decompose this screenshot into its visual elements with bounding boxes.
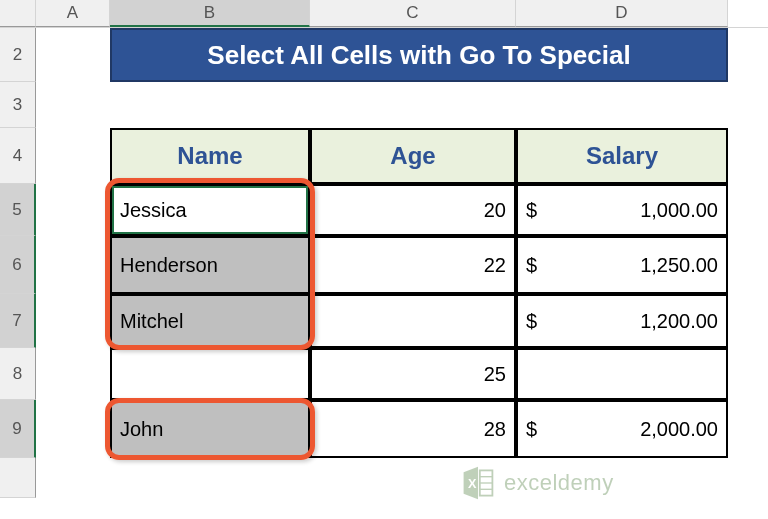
currency-sign: $	[526, 310, 537, 333]
cell-B8[interactable]	[110, 348, 310, 400]
cell-D5[interactable]: $1,000.00	[516, 184, 728, 236]
cell-A10[interactable]	[36, 458, 110, 498]
cell-D8[interactable]	[516, 348, 728, 400]
row-5: 5 Jessica 20 $1,000.00	[0, 184, 768, 236]
salary-value: 1,200.00	[640, 310, 718, 333]
cell-B6[interactable]: Henderson	[110, 236, 310, 294]
cell-C3[interactable]	[310, 82, 516, 128]
currency-sign: $	[526, 199, 537, 222]
cell-C8[interactable]: 25	[310, 348, 516, 400]
cell-A3[interactable]	[36, 82, 110, 128]
col-header-A[interactable]: A	[36, 0, 110, 27]
select-all-corner[interactable]	[0, 0, 36, 27]
col-header-D[interactable]: D	[516, 0, 728, 27]
row-10	[0, 458, 768, 498]
row-9: 9 John 28 $2,000.00	[0, 400, 768, 458]
spreadsheet: A B C D 2 Select All Cells with Go To Sp…	[0, 0, 768, 498]
row-header-4[interactable]: 4	[0, 128, 36, 184]
row-7: 7 Mitchel $1,200.00	[0, 294, 768, 348]
currency-sign: $	[526, 254, 537, 277]
cell-D3[interactable]	[516, 82, 728, 128]
cell-D9[interactable]: $2,000.00	[516, 400, 728, 458]
cell-B7[interactable]: Mitchel	[110, 294, 310, 348]
cell-D7[interactable]: $1,200.00	[516, 294, 728, 348]
row-header-3[interactable]: 3	[0, 82, 36, 128]
cell-A5[interactable]	[36, 184, 110, 236]
cell-A7[interactable]	[36, 294, 110, 348]
cell-A8[interactable]	[36, 348, 110, 400]
col-header-C[interactable]: C	[310, 0, 516, 27]
row-header-6[interactable]: 6	[0, 236, 36, 294]
cell-D6[interactable]: $1,250.00	[516, 236, 728, 294]
cell-C6[interactable]: 22	[310, 236, 516, 294]
cell-B5[interactable]: Jessica	[110, 184, 310, 236]
cell-A6[interactable]	[36, 236, 110, 294]
cell-A2[interactable]	[36, 28, 110, 82]
salary-value: 2,000.00	[640, 418, 718, 441]
header-salary[interactable]: Salary	[516, 128, 728, 184]
watermark-text: exceldemy	[504, 470, 614, 496]
watermark: X exceldemy	[460, 465, 614, 501]
row-2: 2 Select All Cells with Go To Special	[0, 28, 768, 82]
row-4: 4 Name Age Salary	[0, 128, 768, 184]
cell-A9[interactable]	[36, 400, 110, 458]
row-header-7[interactable]: 7	[0, 294, 36, 348]
header-age[interactable]: Age	[310, 128, 516, 184]
row-3: 3	[0, 82, 768, 128]
row-6: 6 Henderson 22 $1,250.00	[0, 236, 768, 294]
row-header-8[interactable]: 8	[0, 348, 36, 400]
svg-text:X: X	[468, 477, 477, 491]
cell-B3[interactable]	[110, 82, 310, 128]
cell-A4[interactable]	[36, 128, 110, 184]
row-header-9[interactable]: 9	[0, 400, 36, 458]
cell-C9[interactable]: 28	[310, 400, 516, 458]
row-8: 8 25	[0, 348, 768, 400]
col-header-B[interactable]: B	[110, 0, 310, 27]
cell-C5[interactable]: 20	[310, 184, 516, 236]
salary-value: 1,000.00	[640, 199, 718, 222]
column-headers: A B C D	[0, 0, 768, 28]
row-header-2[interactable]: 2	[0, 28, 36, 82]
row-header-5[interactable]: 5	[0, 184, 36, 236]
cell-B9[interactable]: John	[110, 400, 310, 458]
cell-C7[interactable]	[310, 294, 516, 348]
exceldemy-icon: X	[460, 465, 496, 501]
salary-value: 1,250.00	[640, 254, 718, 277]
currency-sign: $	[526, 418, 537, 441]
title-cell[interactable]: Select All Cells with Go To Special	[110, 28, 728, 82]
row-header-10[interactable]	[0, 458, 36, 498]
header-name[interactable]: Name	[110, 128, 310, 184]
cell-B10[interactable]	[110, 458, 310, 498]
